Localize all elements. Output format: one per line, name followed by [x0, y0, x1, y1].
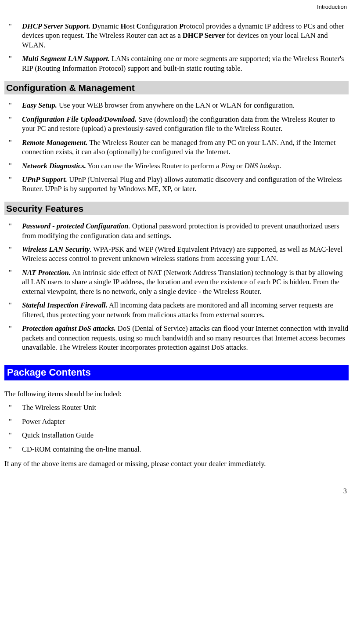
list-item: Network Diagnostics. You can use the Wir… — [9, 161, 349, 170]
feature-term: Wireless LAN Security — [22, 245, 90, 253]
feature-term: DHCP Server Support. — [22, 22, 90, 30]
security-feature-list: Password - protected Configuration. Opti… — [4, 221, 349, 352]
feature-term: Stateful Inspection Firewall. — [22, 301, 108, 309]
feature-term: UPnP Support. — [22, 175, 67, 184]
list-item: DHCP Server Support. Dynamic Host Config… — [9, 22, 349, 50]
page-number: 3 — [4, 486, 349, 496]
package-outro: If any of the above items are damaged or… — [4, 459, 349, 468]
list-item: Easy Setup. Use your WEB browser from an… — [9, 101, 349, 110]
list-item: Remote Management. The Wireless Router c… — [9, 138, 349, 157]
list-item: NAT Protection. An intrinsic side effect… — [9, 268, 349, 296]
section-heading-config: Configuration & Management — [4, 81, 349, 94]
package-heading: Package Contents — [4, 365, 349, 380]
intro-feature-list: DHCP Server Support. Dynamic Host Config… — [4, 22, 349, 73]
package-intro: The following items should be included: — [4, 389, 349, 398]
feature-term: Network Diagnostics. — [22, 162, 86, 170]
running-header: Introduction — [4, 4, 349, 11]
feature-term: Protection against DoS attacks. — [22, 324, 116, 333]
list-item: UPnP Support. UPnP (Universal Plug and P… — [9, 175, 349, 194]
list-item: Configuration File Upload/Download. Save… — [9, 115, 349, 134]
list-item: Stateful Inspection Firewall. All incomi… — [9, 300, 349, 319]
list-item: Protection against DoS attacks. DoS (Den… — [9, 324, 349, 352]
list-item: Password - protected Configuration. Opti… — [9, 221, 349, 240]
list-item: Wireless LAN Security. WPA-PSK and WEP (… — [9, 245, 349, 264]
feature-term: Remote Management. — [22, 138, 87, 147]
section-heading-security: Security Features — [4, 202, 349, 215]
config-feature-list: Easy Setup. Use your WEB browser from an… — [4, 101, 349, 194]
feature-body: UPnP (Universal Plug and Play) allows au… — [22, 175, 342, 193]
list-item: Power Adapter — [9, 417, 349, 426]
feature-term: Configuration File Upload/Download. — [22, 115, 137, 123]
feature-term: Password - protected Configuration — [22, 222, 128, 230]
feature-term: Multi Segment LAN Support. — [22, 54, 110, 63]
feature-body: Use your WEB browser from anywhere on th… — [57, 101, 295, 109]
feature-term: NAT Protection. — [22, 268, 71, 277]
list-item: CD-ROM containing the on-line manual. — [9, 445, 349, 454]
list-item: The Wireless Router Unit — [9, 403, 349, 412]
list-item: Multi Segment LAN Support. LANs containi… — [9, 54, 349, 73]
feature-body: You can use the Wireless Router to perfo… — [86, 162, 281, 170]
package-list: The Wireless Router Unit Power Adapter Q… — [4, 403, 349, 454]
list-item: Quick Installation Guide — [9, 431, 349, 440]
feature-term: Easy Setup. — [22, 101, 57, 109]
